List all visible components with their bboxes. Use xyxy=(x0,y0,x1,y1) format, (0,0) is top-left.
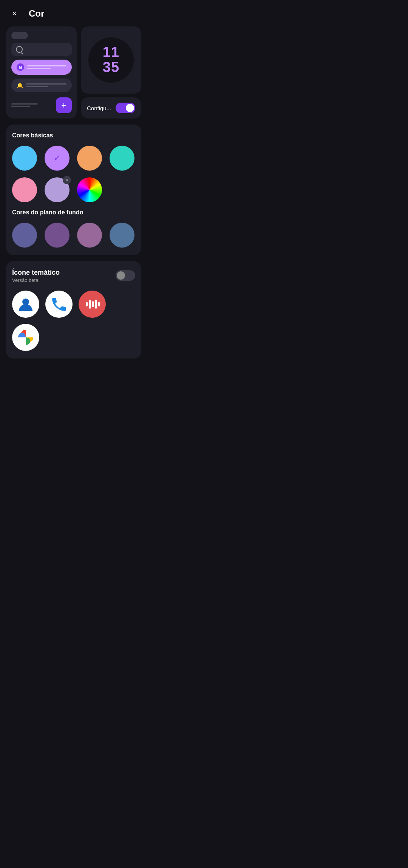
purple-lines xyxy=(27,65,66,69)
purple-line-2 xyxy=(27,68,51,69)
bg-color-row xyxy=(12,223,135,248)
dark-line-1 xyxy=(26,83,66,85)
config-label: Configu... xyxy=(87,105,111,111)
basic-colors-title: Cores básicas xyxy=(12,132,135,139)
small-line-2 xyxy=(11,106,30,107)
clock-time: 11 35 xyxy=(103,45,119,75)
purple-line-1 xyxy=(27,65,66,66)
fab-button[interactable]: + xyxy=(56,97,72,113)
preview-right: 11 35 Configu... xyxy=(81,26,141,119)
bg-colors-title: Cores do plano de fundo xyxy=(12,209,135,216)
icon-toggle[interactable] xyxy=(116,270,135,281)
motorola-icon: M xyxy=(17,63,24,71)
app-icon-photos[interactable] xyxy=(12,324,39,351)
color-lavender[interactable]: × xyxy=(45,177,70,202)
color-orange[interactable] xyxy=(77,146,102,171)
config-toggle[interactable] xyxy=(116,103,135,113)
bg-color-4[interactable] xyxy=(110,223,134,248)
app-icon-phone[interactable] xyxy=(45,291,73,318)
search-icon xyxy=(16,46,23,53)
icon-section: Ícone temático Versão beta xyxy=(6,261,141,359)
icon-toggle-knob xyxy=(117,271,125,280)
color-row-2: × xyxy=(12,177,135,202)
color-row-1: ✓ xyxy=(12,146,135,171)
icon-section-text: Ícone temático Versão beta xyxy=(12,269,60,283)
bell-icon: 🔔 xyxy=(17,82,23,88)
preview-search-bar xyxy=(11,43,72,56)
preview-item-dark: 🔔 xyxy=(11,78,72,92)
color-teal[interactable] xyxy=(110,146,134,171)
svg-rect-2 xyxy=(89,300,91,309)
close-button[interactable]: × xyxy=(8,7,21,20)
colors-section: Cores básicas ✓ × Cores do plano de fund… xyxy=(6,125,141,255)
app-icon-audio[interactable] xyxy=(79,291,106,318)
preview-item-purple: M xyxy=(11,60,72,75)
svg-rect-5 xyxy=(98,302,100,306)
page-title: Cor xyxy=(29,8,44,19)
bg-color-3[interactable] xyxy=(77,223,102,248)
toggle-knob xyxy=(126,104,134,112)
check-icon: ✓ xyxy=(54,153,60,163)
config-toggle-row: Configu... xyxy=(81,97,141,119)
color-purple-selected[interactable]: ✓ xyxy=(45,146,70,171)
clock-widget: 11 35 xyxy=(81,26,141,94)
app-icon-contacts[interactable] xyxy=(12,291,39,318)
audio-svg xyxy=(83,295,101,313)
header: × Cor xyxy=(0,0,147,26)
color-blue[interactable] xyxy=(12,146,37,171)
preview-bottom-row: + xyxy=(11,97,72,113)
clock-hour: 11 xyxy=(103,45,119,60)
icon-section-header: Ícone temático Versão beta xyxy=(12,269,135,283)
bg-color-2[interactable] xyxy=(45,223,70,248)
clock-inner: 11 35 xyxy=(88,37,134,83)
color-rainbow[interactable] xyxy=(77,177,102,202)
dark-lines xyxy=(26,83,66,87)
app-icons-row xyxy=(12,291,135,351)
preview-small-lines xyxy=(11,103,38,107)
preview-notifications: M 🔔 + xyxy=(6,26,77,119)
svg-rect-3 xyxy=(92,301,94,307)
bg-color-1[interactable] xyxy=(12,223,37,248)
preview-toggle-bar xyxy=(11,32,28,39)
dark-line-2 xyxy=(26,86,48,87)
phone-svg xyxy=(50,295,68,313)
contacts-svg xyxy=(17,295,35,313)
icon-section-subtitle: Versão beta xyxy=(12,277,60,283)
icon-section-title: Ícone temático xyxy=(12,269,60,277)
svg-rect-4 xyxy=(95,300,97,309)
photos-svg xyxy=(17,328,35,346)
svg-rect-1 xyxy=(86,302,88,306)
color-pink[interactable] xyxy=(12,177,37,202)
x-badge[interactable]: × xyxy=(63,176,71,184)
small-line-1 xyxy=(11,103,38,105)
clock-minute: 35 xyxy=(103,60,119,75)
preview-area: M 🔔 + 11 35 xyxy=(0,26,147,125)
